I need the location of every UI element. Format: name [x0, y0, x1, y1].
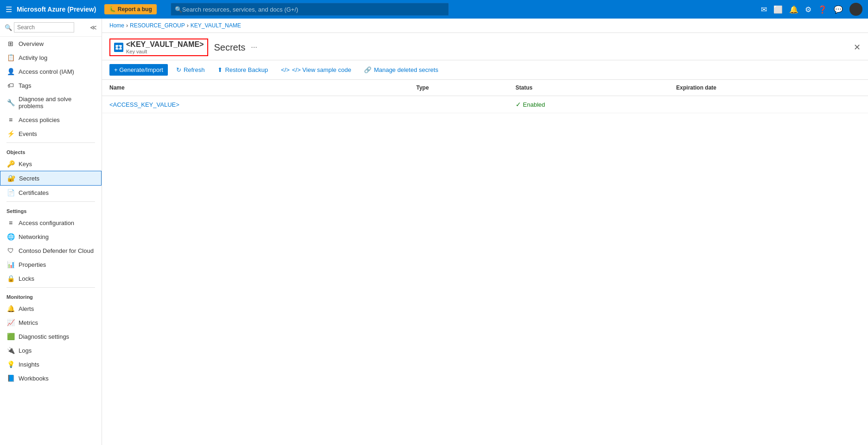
- sidebar-item-diagnose[interactable]: 🔧 Diagnose and solve problems: [0, 92, 102, 113]
- svg-rect-3: [118, 45, 119, 46]
- sidebar-item-properties[interactable]: 📊 Properties: [0, 258, 102, 271]
- sidebar-item-alerts[interactable]: 🔔 Alerts: [0, 302, 102, 316]
- sidebar-item-label: Events: [19, 130, 37, 137]
- sidebar-item-label: Workbooks: [19, 375, 49, 382]
- diagnostic-icon: 🟩: [6, 333, 15, 340]
- settings-icon[interactable]: ⚙: [805, 5, 811, 14]
- sidebar-item-label: Diagnostic settings: [19, 333, 69, 340]
- sidebar-item-metrics[interactable]: 📈 Metrics: [0, 316, 102, 329]
- cell-type: [409, 96, 508, 113]
- sidebar-item-overview[interactable]: ⊞ Overview: [0, 37, 102, 51]
- sidebar-item-workbooks[interactable]: 📘 Workbooks: [0, 371, 102, 385]
- sidebar-item-access-control[interactable]: 👤 Access control (IAM): [0, 64, 102, 78]
- sidebar-item-tags[interactable]: 🏷 Tags: [0, 78, 102, 92]
- secret-name-link[interactable]: <ACCESS_KEY_VALUE>: [109, 101, 179, 108]
- mail-icon[interactable]: ✉: [761, 5, 767, 14]
- close-button[interactable]: ✕: [854, 42, 861, 52]
- locks-icon: 🔒: [6, 275, 15, 282]
- logs-icon: 🔌: [6, 347, 15, 354]
- app-brand: Microsoft Azure (Preview): [17, 6, 96, 13]
- monitoring-section-label: Monitoring: [0, 290, 102, 302]
- sidebar-search-input[interactable]: [14, 22, 74, 32]
- breadcrumb-vault-name[interactable]: KEY_VAULT_NAME: [191, 22, 241, 29]
- svg-point-2: [118, 46, 120, 49]
- table-header: Name Type Status Expiration date: [102, 80, 868, 96]
- events-icon: ⚡: [6, 130, 15, 137]
- sidebar-item-access-policies[interactable]: ≡ Access policies: [0, 113, 102, 127]
- sidebar-item-label: Logs: [19, 347, 32, 354]
- sidebar-item-label: Metrics: [19, 319, 38, 326]
- top-navbar: ☰ Microsoft Azure (Preview) 🐛 Report a b…: [0, 0, 868, 19]
- overview-icon: ⊞: [6, 40, 15, 47]
- sidebar-item-access-config[interactable]: ≡ Access configuration: [0, 216, 102, 230]
- svg-rect-4: [118, 49, 119, 50]
- notification-icon[interactable]: 🔔: [789, 5, 798, 14]
- refresh-icon: ↻: [176, 66, 181, 73]
- hamburger-menu[interactable]: ☰: [6, 5, 12, 14]
- sidebar-item-events[interactable]: ⚡ Events: [0, 127, 102, 141]
- objects-section-label: Objects: [0, 145, 102, 157]
- main-content: Home › RESOURCE_GROUP › KEY_VAULT_NAME: [102, 19, 868, 445]
- cell-expiration: [669, 96, 868, 113]
- sidebar-item-label: Certificates: [19, 189, 49, 196]
- sidebar-item-defender[interactable]: 🛡 Contoso Defender for Cloud: [0, 244, 102, 258]
- feedback-icon[interactable]: 💬: [834, 5, 843, 14]
- manage-deleted-button[interactable]: 🔗 Manage deleted secrets: [359, 64, 443, 76]
- svg-rect-5: [115, 47, 116, 48]
- workbooks-icon: 📘: [6, 374, 15, 382]
- vault-icon: [114, 43, 123, 52]
- breadcrumb-home[interactable]: Home: [109, 22, 124, 29]
- col-status: Status: [508, 80, 669, 96]
- certificates-icon: 📄: [6, 189, 15, 196]
- secrets-table-container: Name Type Status Expiration date <ACCESS…: [102, 80, 868, 445]
- sidebar-item-label: Diagnose and solve problems: [19, 96, 95, 110]
- sidebar-item-certificates[interactable]: 📄 Certificates: [0, 186, 102, 200]
- report-bug-button[interactable]: 🐛 Report a bug: [104, 4, 156, 14]
- view-sample-code-button[interactable]: </> </> View sample code: [276, 64, 356, 76]
- sidebar-collapse-button[interactable]: ≪: [90, 24, 97, 31]
- access-control-icon: 👤: [6, 68, 15, 75]
- sidebar-item-logs[interactable]: 🔌 Logs: [0, 343, 102, 357]
- activity-log-icon: 📋: [6, 54, 15, 61]
- breadcrumb: Home › RESOURCE_GROUP › KEY_VAULT_NAME: [102, 19, 868, 33]
- sidebar-item-locks[interactable]: 🔒 Locks: [0, 271, 102, 285]
- global-search-input[interactable]: [182, 6, 445, 13]
- user-avatar[interactable]: [849, 3, 862, 16]
- sidebar-item-keys[interactable]: 🔑 Keys: [0, 157, 102, 171]
- col-expiration: Expiration date: [669, 80, 868, 96]
- keys-icon: 🔑: [6, 160, 15, 168]
- check-icon: ✓: [516, 101, 521, 108]
- refresh-button[interactable]: ↻ Refresh: [172, 64, 210, 76]
- sidebar-item-secrets[interactable]: 🔐 Secrets: [0, 171, 102, 186]
- sidebar: 🔍 ≪ ⊞ Overview 📋 Activity log 👤 Access c…: [0, 19, 102, 445]
- sidebar-item-label: Properties: [19, 261, 46, 268]
- generate-import-button[interactable]: + Generate/Import: [109, 64, 168, 76]
- sidebar-item-label: Access policies: [19, 116, 60, 123]
- page-header: <KEY_VAULT_NAME> Key vault Secrets ··· ✕: [102, 33, 868, 60]
- secrets-table: Name Type Status Expiration date <ACCESS…: [102, 80, 868, 113]
- page-title: Secrets: [214, 42, 245, 53]
- manage-deleted-icon: 🔗: [364, 66, 371, 73]
- help-icon[interactable]: ❓: [818, 5, 827, 14]
- main-layout: 🔍 ≪ ⊞ Overview 📋 Activity log 👤 Access c…: [0, 19, 868, 445]
- sidebar-item-activity-log[interactable]: 📋 Activity log: [0, 51, 102, 64]
- sidebar-item-diagnostic[interactable]: 🟩 Diagnostic settings: [0, 329, 102, 343]
- global-search-bar[interactable]: 🔍: [171, 3, 449, 16]
- alerts-icon: 🔔: [6, 305, 15, 312]
- sidebar-item-networking[interactable]: 🌐 Networking: [0, 230, 102, 244]
- table-row[interactable]: <ACCESS_KEY_VALUE> ✓ Enabled: [102, 96, 868, 113]
- sidebar-item-insights[interactable]: 💡 Insights: [0, 357, 102, 371]
- sidebar-item-label: Alerts: [19, 305, 34, 312]
- tags-icon: 🏷: [6, 82, 15, 89]
- restore-backup-button[interactable]: ⬆ Restore Backup: [213, 64, 273, 76]
- sidebar-search-container: 🔍 ≪: [0, 19, 102, 37]
- portal-icon[interactable]: ⬜: [773, 5, 783, 14]
- vault-type-text: Key vault: [126, 49, 204, 54]
- diagnose-icon: 🔧: [6, 99, 15, 106]
- breadcrumb-resource-group[interactable]: RESOURCE_GROUP: [130, 22, 185, 29]
- networking-icon: 🌐: [6, 233, 15, 240]
- vault-name-text: <KEY_VAULT_NAME>: [126, 40, 204, 49]
- properties-icon: 📊: [6, 261, 15, 268]
- more-options-button[interactable]: ···: [251, 43, 257, 52]
- sidebar-divider-settings: [6, 201, 95, 202]
